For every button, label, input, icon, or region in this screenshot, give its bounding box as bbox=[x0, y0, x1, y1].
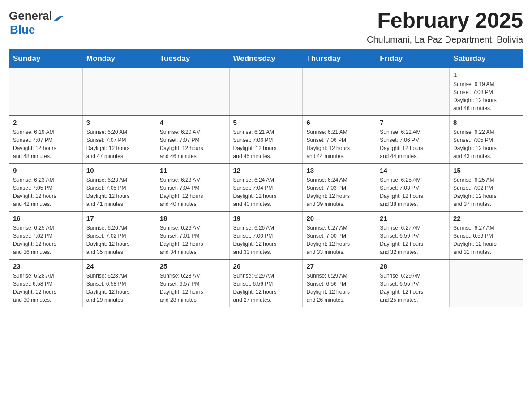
day-info: Sunrise: 6:23 AM Sunset: 7:05 PM Dayligh… bbox=[13, 176, 79, 208]
calendar-week-row: 23Sunrise: 6:28 AM Sunset: 6:58 PM Dayli… bbox=[9, 259, 523, 307]
calendar-cell: 2Sunrise: 6:19 AM Sunset: 7:07 PM Daylig… bbox=[9, 116, 83, 163]
calendar-cell: 10Sunrise: 6:23 AM Sunset: 7:05 PM Dayli… bbox=[82, 163, 156, 211]
day-number: 5 bbox=[233, 119, 299, 126]
calendar-cell: 20Sunrise: 6:27 AM Sunset: 7:00 PM Dayli… bbox=[303, 211, 376, 259]
day-info: Sunrise: 6:29 AM Sunset: 6:56 PM Dayligh… bbox=[233, 272, 299, 304]
calendar-week-row: 9Sunrise: 6:23 AM Sunset: 7:05 PM Daylig… bbox=[9, 163, 523, 211]
day-number: 9 bbox=[13, 167, 79, 174]
calendar-cell bbox=[450, 259, 523, 307]
calendar-cell bbox=[156, 68, 229, 116]
calendar-cell: 1Sunrise: 6:19 AM Sunset: 7:08 PM Daylig… bbox=[450, 68, 523, 116]
day-number: 10 bbox=[86, 167, 152, 174]
calendar-cell: 17Sunrise: 6:26 AM Sunset: 7:02 PM Dayli… bbox=[82, 211, 156, 259]
calendar-cell: 8Sunrise: 6:22 AM Sunset: 7:05 PM Daylig… bbox=[450, 116, 523, 163]
day-number: 26 bbox=[233, 262, 299, 270]
day-number: 27 bbox=[306, 262, 372, 270]
day-info: Sunrise: 6:28 AM Sunset: 6:58 PM Dayligh… bbox=[13, 272, 79, 304]
day-header-saturday: Saturday bbox=[450, 49, 523, 68]
day-number: 2 bbox=[13, 119, 79, 126]
day-info: Sunrise: 6:26 AM Sunset: 7:01 PM Dayligh… bbox=[160, 224, 226, 256]
calendar-cell: 4Sunrise: 6:20 AM Sunset: 7:07 PM Daylig… bbox=[156, 116, 229, 163]
day-number: 11 bbox=[160, 167, 226, 174]
calendar-cell bbox=[376, 68, 450, 116]
day-number: 1 bbox=[453, 71, 519, 78]
logo: General Blue bbox=[9, 9, 63, 37]
logo-flag-icon bbox=[53, 11, 63, 21]
calendar-cell: 13Sunrise: 6:24 AM Sunset: 7:03 PM Dayli… bbox=[303, 163, 376, 211]
day-number: 20 bbox=[306, 214, 372, 222]
day-number: 16 bbox=[13, 214, 79, 222]
calendar-cell: 3Sunrise: 6:20 AM Sunset: 7:07 PM Daylig… bbox=[82, 116, 156, 163]
day-info: Sunrise: 6:22 AM Sunset: 7:06 PM Dayligh… bbox=[380, 128, 446, 160]
day-number: 8 bbox=[453, 119, 519, 126]
day-info: Sunrise: 6:22 AM Sunset: 7:05 PM Dayligh… bbox=[453, 128, 519, 160]
calendar-cell: 23Sunrise: 6:28 AM Sunset: 6:58 PM Dayli… bbox=[9, 259, 83, 307]
day-number: 6 bbox=[306, 119, 372, 126]
day-info: Sunrise: 6:19 AM Sunset: 7:07 PM Dayligh… bbox=[13, 128, 79, 160]
day-info: Sunrise: 6:21 AM Sunset: 7:06 PM Dayligh… bbox=[233, 128, 299, 160]
day-header-friday: Friday bbox=[376, 49, 450, 68]
day-info: Sunrise: 6:25 AM Sunset: 7:03 PM Dayligh… bbox=[380, 176, 446, 208]
day-info: Sunrise: 6:23 AM Sunset: 7:05 PM Dayligh… bbox=[86, 176, 152, 208]
calendar-cell: 12Sunrise: 6:24 AM Sunset: 7:04 PM Dayli… bbox=[229, 163, 303, 211]
day-number: 18 bbox=[160, 214, 226, 222]
day-info: Sunrise: 6:24 AM Sunset: 7:03 PM Dayligh… bbox=[306, 176, 372, 208]
calendar-week-row: 16Sunrise: 6:25 AM Sunset: 7:02 PM Dayli… bbox=[9, 211, 523, 259]
day-info: Sunrise: 6:27 AM Sunset: 7:00 PM Dayligh… bbox=[306, 224, 372, 256]
calendar-cell: 21Sunrise: 6:27 AM Sunset: 6:59 PM Dayli… bbox=[376, 211, 450, 259]
day-header-tuesday: Tuesday bbox=[156, 49, 229, 68]
day-number: 19 bbox=[233, 214, 299, 222]
day-info: Sunrise: 6:28 AM Sunset: 6:58 PM Dayligh… bbox=[86, 272, 152, 304]
day-info: Sunrise: 6:25 AM Sunset: 7:02 PM Dayligh… bbox=[13, 224, 79, 256]
calendar-cell bbox=[229, 68, 303, 116]
day-number: 13 bbox=[306, 167, 372, 174]
calendar-cell: 22Sunrise: 6:27 AM Sunset: 6:59 PM Dayli… bbox=[450, 211, 523, 259]
calendar-cell: 14Sunrise: 6:25 AM Sunset: 7:03 PM Dayli… bbox=[376, 163, 450, 211]
day-number: 25 bbox=[160, 262, 226, 270]
day-header-thursday: Thursday bbox=[303, 49, 376, 68]
calendar-cell: 24Sunrise: 6:28 AM Sunset: 6:58 PM Dayli… bbox=[82, 259, 156, 307]
day-info: Sunrise: 6:21 AM Sunset: 7:06 PM Dayligh… bbox=[306, 128, 372, 160]
day-info: Sunrise: 6:27 AM Sunset: 6:59 PM Dayligh… bbox=[453, 224, 519, 256]
calendar-cell: 5Sunrise: 6:21 AM Sunset: 7:06 PM Daylig… bbox=[229, 116, 303, 163]
day-header-monday: Monday bbox=[82, 49, 156, 68]
day-info: Sunrise: 6:29 AM Sunset: 6:55 PM Dayligh… bbox=[380, 272, 446, 304]
day-info: Sunrise: 6:24 AM Sunset: 7:04 PM Dayligh… bbox=[233, 176, 299, 208]
calendar-cell: 27Sunrise: 6:29 AM Sunset: 6:56 PM Dayli… bbox=[303, 259, 376, 307]
calendar-cell: 16Sunrise: 6:25 AM Sunset: 7:02 PM Dayli… bbox=[9, 211, 83, 259]
day-header-sunday: Sunday bbox=[9, 49, 83, 68]
calendar-cell: 9Sunrise: 6:23 AM Sunset: 7:05 PM Daylig… bbox=[9, 163, 83, 211]
calendar-cell: 25Sunrise: 6:28 AM Sunset: 6:57 PM Dayli… bbox=[156, 259, 229, 307]
calendar-cell: 6Sunrise: 6:21 AM Sunset: 7:06 PM Daylig… bbox=[303, 116, 376, 163]
calendar-cell bbox=[82, 68, 156, 116]
day-info: Sunrise: 6:20 AM Sunset: 7:07 PM Dayligh… bbox=[86, 128, 152, 160]
calendar-cell: 15Sunrise: 6:25 AM Sunset: 7:02 PM Dayli… bbox=[450, 163, 523, 211]
calendar-week-row: 1Sunrise: 6:19 AM Sunset: 7:08 PM Daylig… bbox=[9, 68, 523, 116]
day-info: Sunrise: 6:19 AM Sunset: 7:08 PM Dayligh… bbox=[453, 80, 519, 112]
day-number: 22 bbox=[453, 214, 519, 222]
day-info: Sunrise: 6:23 AM Sunset: 7:04 PM Dayligh… bbox=[160, 176, 226, 208]
calendar-header-row: SundayMondayTuesdayWednesdayThursdayFrid… bbox=[9, 49, 523, 68]
day-info: Sunrise: 6:26 AM Sunset: 7:02 PM Dayligh… bbox=[86, 224, 152, 256]
calendar-cell: 26Sunrise: 6:29 AM Sunset: 6:56 PM Dayli… bbox=[229, 259, 303, 307]
calendar-cell bbox=[303, 68, 376, 116]
day-number: 3 bbox=[86, 119, 152, 126]
logo-general-text: General bbox=[9, 9, 52, 23]
logo-blue-text: Blue bbox=[10, 23, 35, 37]
month-title: February 2025 bbox=[367, 9, 523, 33]
calendar-cell bbox=[9, 68, 83, 116]
calendar-cell: 7Sunrise: 6:22 AM Sunset: 7:06 PM Daylig… bbox=[376, 116, 450, 163]
day-info: Sunrise: 6:29 AM Sunset: 6:56 PM Dayligh… bbox=[306, 272, 372, 304]
svg-marker-1 bbox=[53, 11, 63, 16]
day-number: 15 bbox=[453, 167, 519, 174]
page-header: General Blue February 2025 Chulumani, La… bbox=[9, 9, 523, 45]
day-info: Sunrise: 6:25 AM Sunset: 7:02 PM Dayligh… bbox=[453, 176, 519, 208]
day-number: 28 bbox=[380, 262, 446, 270]
day-number: 14 bbox=[380, 167, 446, 174]
calendar-cell: 18Sunrise: 6:26 AM Sunset: 7:01 PM Dayli… bbox=[156, 211, 229, 259]
calendar-week-row: 2Sunrise: 6:19 AM Sunset: 7:07 PM Daylig… bbox=[9, 116, 523, 163]
location-title: Chulumani, La Paz Department, Bolivia bbox=[367, 34, 523, 45]
calendar-cell: 11Sunrise: 6:23 AM Sunset: 7:04 PM Dayli… bbox=[156, 163, 229, 211]
calendar-cell: 28Sunrise: 6:29 AM Sunset: 6:55 PM Dayli… bbox=[376, 259, 450, 307]
day-header-wednesday: Wednesday bbox=[229, 49, 303, 68]
